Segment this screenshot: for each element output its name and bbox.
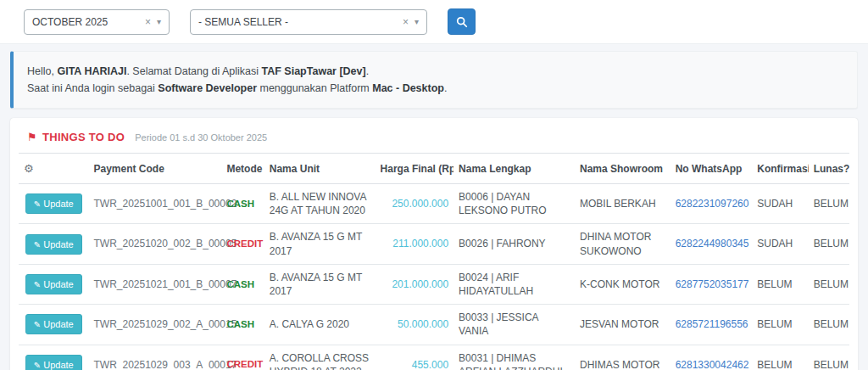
update-button[interactable]: ✎Update (25, 274, 82, 294)
platform-name: Mac - Desktop (372, 82, 444, 94)
col-header-payment-code: Payment Code (89, 154, 222, 184)
welcome-text: . (366, 65, 369, 77)
welcome-text: menggunakan Platform (257, 82, 372, 94)
todo-table: ⚙ Payment Code Metode Nama Unit Harga Fi… (19, 153, 849, 370)
welcome-text: Saat ini Anda login sebagai (27, 82, 158, 94)
lunas-status: BELUM (814, 278, 849, 290)
page-title: ⚑THINGS TO DO (27, 131, 125, 143)
nama-lengkap: B0006 | DAYAN LEKSONO PUTRO (459, 191, 546, 216)
metode-value: CASH (226, 279, 254, 289)
col-header-nama-unit: Nama Unit (264, 154, 376, 184)
payment-code: TWR_20251029_003_A_00017 (94, 359, 237, 370)
flag-icon: ⚑ (27, 131, 37, 143)
nama-unit: B. AVANZA 15 G MT 2017 (270, 231, 362, 256)
table-row: ✎Update TWR_20251001_001_B_00002 CASH B.… (19, 184, 849, 224)
metode-value: CREDIT (226, 238, 263, 249)
welcome-line-1: Hello, GITA HARIAJI. Selamat Datang di A… (27, 63, 843, 80)
konfirmasi-status: SUDAH (757, 238, 793, 249)
lunas-status: BELUM (814, 238, 849, 249)
update-button-label: Update (43, 239, 73, 249)
welcome-text: Hello, (27, 65, 57, 77)
todo-table-body: ✎Update TWR_20251001_001_B_00002 CASH B.… (19, 184, 849, 370)
col-header-harga-final: Harga Final (Rp) (376, 154, 454, 184)
update-button[interactable]: ✎Update (25, 355, 82, 370)
welcome-text: . Selamat Datang di Aplikasi (126, 65, 261, 77)
gear-icon[interactable]: ⚙ (24, 162, 34, 175)
update-button[interactable]: ✎Update (25, 234, 82, 255)
whatsapp-link[interactable]: 6287752035177 (676, 278, 749, 290)
user-role: Software Developer (158, 82, 257, 94)
lunas-status: BELUM (814, 198, 849, 210)
edit-icon: ✎ (34, 240, 41, 249)
harga-final: 250.000.000 (392, 198, 448, 210)
nama-showroom: DHIMAS MOTOR (580, 359, 659, 370)
table-row: ✎Update TWR_20251020_002_B_00005 CREDIT … (19, 224, 849, 264)
table-row: ✎Update TWR_20251029_002_A_00015 CASH A.… (19, 305, 849, 345)
update-button-label: Update (43, 319, 73, 329)
month-select-value: OCTOBER 2025 (32, 16, 136, 28)
konfirmasi-status: BELUM (757, 359, 792, 370)
whatsapp-link[interactable]: 6281330042462 (676, 359, 749, 370)
nama-lengkap: B0031 | DHIMAS ARFIAN LAZZUARDHI (459, 352, 563, 370)
table-row: ✎Update TWR_20251021_001_B_00007 CASH B.… (19, 264, 849, 304)
konfirmasi-status: BELUM (757, 278, 792, 290)
payment-code: TWR_20251001_001_B_00002 (94, 198, 237, 210)
table-header-row: ⚙ Payment Code Metode Nama Unit Harga Fi… (19, 154, 849, 184)
edit-icon: ✎ (34, 361, 41, 370)
clear-icon[interactable]: × (145, 17, 151, 27)
things-to-do-card: ⚑THINGS TO DO Periode 01 s.d 30 Oktober … (10, 118, 858, 370)
period-label: Periode 01 s.d 30 Oktober 2025 (135, 132, 267, 143)
col-header-no-whatsapp: No WhatsApp (670, 154, 753, 184)
update-button[interactable]: ✎Update (25, 314, 82, 334)
lunas-status: BELUM (814, 318, 849, 330)
whatsapp-link[interactable]: 6285721196556 (676, 318, 748, 330)
col-header-nama-lengkap: Nama Lengkap (453, 154, 575, 184)
chevron-down-icon: ▾ (415, 18, 419, 26)
user-name: GITA HARIAJI (57, 65, 126, 77)
welcome-callout: Hello, GITA HARIAJI. Selamat Datang di A… (10, 51, 858, 109)
filter-toolbar: OCTOBER 2025 × ▾ - SEMUA SELLER - × ▾ (0, 0, 868, 44)
nama-unit: B. AVANZA 15 G MT 2017 (270, 272, 362, 297)
welcome-text: . (444, 82, 447, 94)
payment-code: TWR_20251020_002_B_00005 (94, 238, 237, 249)
welcome-line-2: Saat ini Anda login sebagai Software Dev… (27, 80, 843, 97)
whatsapp-link[interactable]: 6282244980345 (676, 238, 749, 249)
seller-select-value: - SEMUA SELLER - (198, 16, 394, 28)
harga-final: 211.000.000 (392, 238, 448, 249)
nama-showroom: DHINA MOTOR SUKOWONO (580, 231, 651, 256)
edit-icon: ✎ (34, 199, 41, 209)
search-button[interactable] (448, 8, 476, 35)
chevron-down-icon: ▾ (157, 18, 161, 26)
col-header-metode: Metode (221, 154, 264, 184)
whatsapp-link[interactable]: 6282231097260 (676, 198, 749, 210)
app-name: TAF SiapTawar [Dev] (262, 65, 366, 77)
nama-lengkap: B0024 | ARIF HIDAYATULLAH (459, 272, 533, 297)
update-button[interactable]: ✎Update (25, 193, 82, 214)
metode-value: CREDIT (226, 359, 263, 369)
update-button-label: Update (43, 279, 73, 289)
nama-showroom: K-CONK MOTOR (580, 278, 659, 290)
card-header: ⚑THINGS TO DO Periode 01 s.d 30 Oktober … (19, 129, 849, 153)
payment-code: TWR_20251021_001_B_00007 (94, 278, 237, 290)
nama-lengkap: B0033 | JESSICA VANIA (459, 311, 538, 337)
konfirmasi-status: SUDAH (757, 198, 793, 210)
col-header-konfirmasi: Konfirmasi? (752, 154, 808, 184)
harga-final: 455.000 (412, 359, 448, 370)
payment-code: TWR_20251029_002_A_00015 (94, 318, 237, 330)
nama-unit: B. ALL NEW INNOVA 24G AT TAHUN 2020 (270, 191, 366, 216)
col-header-lunas: Lunas? (809, 154, 849, 184)
clear-icon[interactable]: × (403, 17, 409, 27)
seller-select[interactable]: - SEMUA SELLER - × ▾ (190, 9, 427, 35)
metode-value: CASH (226, 199, 254, 209)
harga-final: 201.000.000 (392, 278, 448, 290)
month-select[interactable]: OCTOBER 2025 × ▾ (24, 9, 170, 35)
nama-unit: A. COROLLA CROSS HYBRID 18 AT 2022 (270, 352, 369, 370)
table-row: ✎Update TWR_20251029_003_A_00017 CREDIT … (19, 345, 849, 370)
metode-value: CASH (226, 319, 254, 329)
edit-icon: ✎ (34, 280, 41, 289)
update-button-label: Update (43, 199, 73, 209)
harga-final: 50.000.000 (398, 318, 448, 330)
update-button-label: Update (43, 360, 73, 370)
nama-showroom: MOBIL BERKAH (580, 198, 656, 210)
edit-icon: ✎ (34, 320, 41, 329)
